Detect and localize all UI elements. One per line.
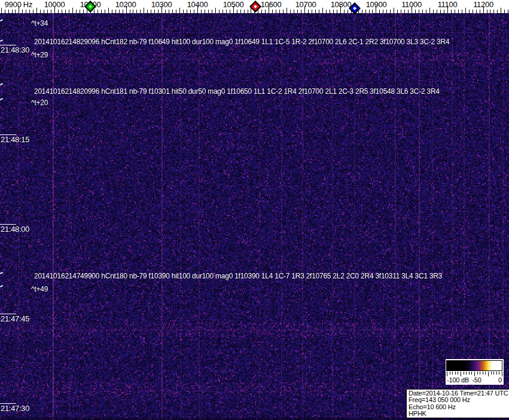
ruler-tick	[105, 10, 105, 13]
ruler-tick	[94, 10, 95, 13]
ruler-tick	[154, 10, 155, 13]
ruler-tick	[233, 6, 234, 13]
ruler-tick	[422, 10, 423, 13]
ruler-tick	[290, 10, 291, 13]
ruler-tick	[87, 10, 87, 13]
legend-tick	[499, 372, 499, 375]
freq-label: 10600	[261, 0, 282, 9]
ruler-tick	[419, 10, 419, 13]
frequency-ruler[interactable]: 9900 Hz 10000 10100 10200 10300 10400 10…	[0, 0, 509, 13]
ruler-tick	[8, 10, 9, 13]
ruler-tick	[54, 6, 55, 13]
ruler-tick	[205, 10, 205, 13]
ruler-tick	[333, 10, 334, 13]
ruler-tick	[140, 10, 141, 13]
ruler-tick	[408, 10, 409, 13]
ruler-tick	[5, 10, 5, 13]
db-colorscale-legend: -100 dB -50 0	[446, 359, 504, 385]
ruler-tick	[215, 8, 216, 13]
ruler-tick	[397, 10, 398, 13]
ruler-tick	[130, 10, 130, 13]
legend-tick	[488, 372, 489, 376]
legend-tick	[452, 372, 453, 375]
ruler-tick	[383, 10, 383, 13]
legend-tick	[491, 372, 492, 375]
ruler-tick	[315, 10, 316, 13]
ruler-tick	[433, 10, 434, 13]
ruler-tick	[144, 8, 144, 13]
ruler-tick	[187, 10, 187, 13]
ruler-tick	[219, 10, 220, 13]
observation-info-box: Date=2014-10-16 Time=21:47 UTC Freq=143 …	[406, 389, 509, 418]
ruler-tick	[161, 6, 162, 13]
ruler-tick	[194, 10, 194, 13]
ruler-tick	[258, 10, 258, 13]
legend-tick	[458, 372, 458, 375]
legend-tick	[485, 372, 486, 375]
ruler-tick	[483, 6, 484, 13]
ruler-tick	[362, 10, 362, 13]
ruler-tick	[444, 10, 444, 13]
ruler-tick	[412, 6, 412, 13]
ruler-tick	[19, 6, 19, 13]
ruler-tick	[283, 10, 284, 13]
ruler-tick	[447, 6, 448, 13]
ruler-tick	[101, 10, 102, 13]
ruler-tick	[26, 10, 26, 13]
ruler-tick	[51, 10, 51, 13]
ruler-tick	[372, 10, 373, 13]
ruler-tick	[165, 10, 166, 13]
marker-blue-dot	[353, 7, 356, 10]
ruler-tick	[230, 10, 230, 13]
ruler-tick	[33, 10, 33, 13]
ruler-tick	[322, 8, 323, 13]
ruler-tick	[469, 10, 470, 13]
ruler-tick	[473, 10, 473, 13]
legend-tick	[493, 372, 494, 375]
ruler-tick	[261, 10, 262, 13]
legend-tick	[496, 372, 497, 375]
ruler-tick	[376, 6, 376, 13]
ruler-tick	[265, 10, 266, 13]
ruler-tick	[455, 10, 455, 13]
marker-green-dot	[89, 5, 92, 8]
ruler-tick	[147, 10, 148, 13]
ruler-tick	[172, 10, 173, 13]
ruler-tick	[340, 6, 341, 13]
ruler-tick	[415, 10, 416, 13]
info-station-id: HPHK	[409, 410, 509, 417]
colormap-gradient-bar	[446, 360, 502, 371]
ruler-tick	[244, 10, 245, 13]
db-scale-labels: -100 dB -50 0	[446, 376, 504, 384]
ruler-tick	[69, 10, 69, 13]
ruler-tick	[133, 10, 133, 13]
meteor-echo-monitor: 9900 Hz 10000 10100 10200 10300 10400 10…	[0, 0, 509, 420]
ruler-tick	[394, 8, 394, 13]
ruler-tick	[65, 10, 66, 13]
freq-label: 10700	[295, 0, 316, 9]
ruler-tick	[294, 10, 294, 13]
ruler-tick	[58, 10, 59, 13]
legend-tick	[447, 372, 447, 376]
ruler-tick	[248, 10, 248, 13]
ruler-tick	[176, 10, 176, 13]
ruler-tick	[437, 10, 437, 13]
ruler-tick	[80, 10, 80, 13]
ruler-tick	[440, 10, 441, 13]
legend-tick	[450, 372, 450, 375]
ruler-tick	[1, 8, 2, 13]
ruler-tick	[183, 10, 184, 13]
time-offset-annotation: ^t+29	[31, 51, 48, 59]
db-scale-ticks	[447, 372, 502, 376]
ruler-tick	[72, 8, 73, 13]
db-max-label: 0	[498, 376, 502, 384]
ruler-tick	[237, 10, 237, 13]
legend-tick	[466, 372, 467, 375]
freq-label: 10800	[331, 0, 352, 9]
ruler-tick	[126, 6, 127, 13]
ruler-tick	[504, 10, 505, 13]
spectrogram-canvas[interactable]	[0, 13, 509, 420]
ruler-tick	[44, 10, 44, 13]
ruler-tick	[279, 10, 280, 13]
ruler-tick	[169, 10, 169, 13]
